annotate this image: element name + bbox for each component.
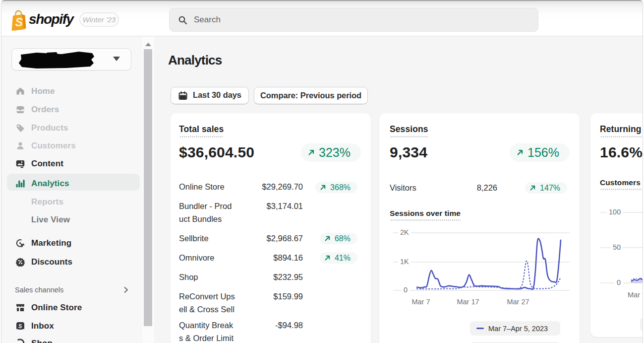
svg-text:S: S (15, 16, 23, 29)
svg-text:S: S (18, 323, 22, 329)
